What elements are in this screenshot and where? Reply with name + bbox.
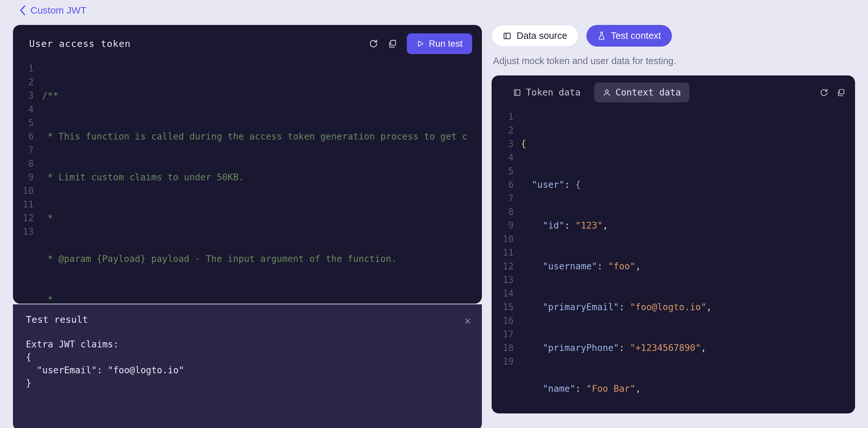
editor-title: User access token: [29, 38, 131, 49]
tab-data-source[interactable]: Data source: [492, 25, 578, 47]
editor-panel: User access token Run test: [13, 25, 482, 304]
json-lines[interactable]: { "user": { "id": "123", "username": "fo…: [521, 110, 855, 414]
tab-token-data[interactable]: Token data: [504, 83, 589, 102]
close-icon[interactable]: ✕: [464, 314, 471, 327]
expand-icon[interactable]: [388, 39, 397, 48]
token-icon: [513, 88, 521, 97]
run-test-button[interactable]: Run test: [407, 33, 472, 54]
play-icon: [416, 40, 424, 48]
tab-token-data-label: Token data: [526, 87, 581, 98]
test-result-panel: Test result ✕ Extra JWT claims: { "userE…: [13, 304, 482, 428]
tab-test-context-label: Test context: [611, 30, 661, 41]
json-gutter: 12345678910111213141516171819: [492, 110, 521, 414]
panel-icon: [503, 32, 512, 40]
back-chevron-icon[interactable]: [20, 5, 27, 16]
context-panel: Token data Context data: [492, 75, 855, 414]
right-hint: Adjust mock token and user data for test…: [492, 56, 855, 66]
code-editor[interactable]: 12345678910111213 /** * This function is…: [13, 60, 482, 304]
breadcrumb-title[interactable]: Custom JWT: [30, 5, 86, 16]
user-icon: [602, 88, 611, 97]
test-result-body: Extra JWT claims: { "userEmail": "foo@lo…: [26, 338, 469, 390]
svg-rect-3: [515, 90, 520, 95]
tab-data-source-label: Data source: [517, 30, 567, 41]
flask-icon: [597, 31, 606, 41]
tab-context-data-label: Context data: [616, 87, 681, 98]
test-result-title: Test result: [26, 314, 469, 325]
json-editor[interactable]: 12345678910111213141516171819 { "user": …: [492, 108, 855, 414]
tab-context-data[interactable]: Context data: [594, 83, 689, 102]
run-test-label: Run test: [429, 38, 463, 49]
tab-test-context[interactable]: Test context: [586, 25, 672, 47]
svg-rect-6: [839, 89, 844, 94]
refresh-icon[interactable]: [369, 39, 378, 49]
code-lines[interactable]: /** * This function is called during the…: [42, 62, 482, 304]
refresh-icon[interactable]: [819, 88, 829, 97]
breadcrumb[interactable]: Custom JWT: [13, 5, 855, 16]
right-tabs: Data source Test context: [492, 25, 855, 47]
expand-icon[interactable]: [837, 88, 845, 97]
svg-rect-1: [504, 33, 510, 38]
svg-point-5: [605, 90, 608, 93]
line-gutter: 12345678910111213: [13, 62, 42, 304]
svg-rect-0: [391, 40, 396, 45]
